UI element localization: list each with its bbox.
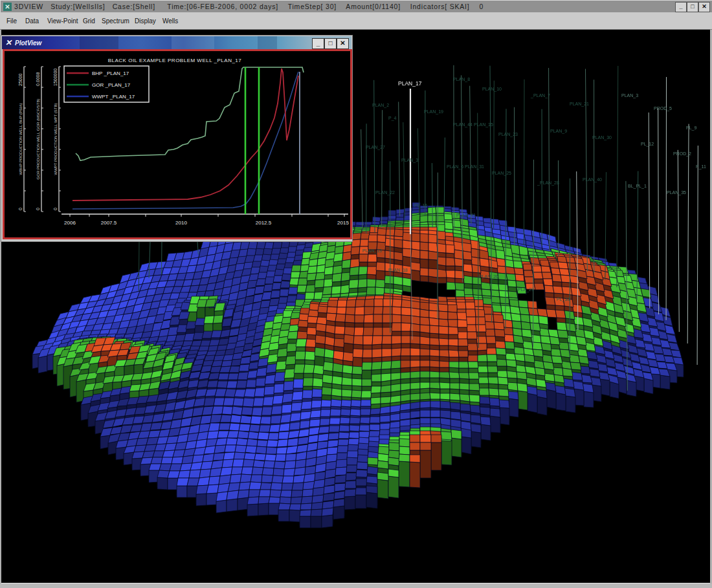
svg-text:PLAN_18: PLAN_18: [388, 268, 408, 273]
svg-text:_PLAN_28: _PLAN_28: [537, 180, 559, 186]
svg-text:PLAN_19: PLAN_19: [424, 109, 443, 114]
svg-text:PL_16: PL_16: [414, 203, 427, 208]
svg-text:0: 0: [53, 208, 58, 210]
svg-text:PLAN_17: PLAN_17: [398, 80, 422, 87]
svg-text:2015: 2015: [337, 220, 349, 226]
svg-text:BLACK OIL EXAMPLE PROBLEM WELL: BLACK OIL EXAMPLE PROBLEM WELL _PLAN_17: [108, 58, 242, 63]
svg-text:PLAN_9: PLAN_9: [550, 129, 567, 134]
svg-text:2007.5: 2007.5: [101, 220, 117, 226]
svg-text:25000: 25000: [18, 73, 23, 86]
svg-text:PLAN_30: PLAN_30: [592, 135, 612, 140]
svg-text:WBHP PRODUCTION WELL BHP (PSIA: WBHP PRODUCTION WELL BHP (PSIA): [19, 103, 23, 175]
svg-text:PLAN_22: PLAN_22: [375, 190, 395, 195]
svg-text:2010: 2010: [175, 220, 187, 226]
svg-text:_PLAN_7: _PLAN_7: [530, 93, 550, 98]
svg-text:PROD_5: PROD_5: [654, 106, 672, 111]
svg-text:PLAN_44 PLAN_15: PLAN_44 PLAN_15: [453, 122, 493, 127]
svg-text:BHP _PLAN_17: BHP _PLAN_17: [92, 71, 129, 76]
svg-text:PLA_29: PLA_29: [518, 287, 534, 292]
svg-text:PLAN_3: PLAN_3: [401, 158, 418, 163]
svg-text:WWPT PRODUCTION WELL WPT (STB): WWPT PRODUCTION WELL WPT (STB): [54, 103, 58, 175]
svg-text:PLAN_6 PLAN_31: PLAN_6 PLAN_31: [447, 164, 484, 169]
svg-text:PLAN_21: PLAN_21: [570, 102, 589, 107]
svg-text:PL_12: PL_12: [641, 142, 654, 147]
svg-text:PL_33: PL_33: [557, 297, 570, 302]
svg-text:PLAN_3: PLAN_3: [621, 93, 638, 98]
svg-text:0: 0: [36, 208, 40, 210]
svg-text:PLAN_10: PLAN_10: [482, 87, 502, 92]
svg-text:2006: 2006: [64, 220, 76, 226]
svg-text:0.0008: 0.0008: [36, 72, 40, 86]
svg-text:0: 0: [18, 208, 23, 210]
svg-text:PLAN_40: PLAN_40: [583, 177, 602, 182]
svg-text:PLAN_13: PLAN_13: [362, 248, 382, 254]
svg-text:PL_9: PL_9: [686, 125, 696, 131]
svg-text:PLAN_35: PLAN_35: [667, 190, 686, 195]
svg-text:BL_PL_1: BL_PL_1: [628, 184, 647, 189]
svg-text:PLAN_23: PLAN_23: [498, 132, 518, 137]
svg-text:2012.5: 2012.5: [256, 220, 272, 226]
svg-text:WWPT _PLAN_17: WWPT _PLAN_17: [92, 94, 135, 100]
svg-text:GOR PRODUCTION WELL GOR (MSCF/: GOR PRODUCTION WELL GOR (MSCF/STB): [36, 99, 40, 180]
svg-text:GOR _PLAN_17: GOR _PLAN_17: [92, 82, 131, 88]
svg-text:PLAN_41: PLAN_41: [456, 213, 476, 218]
svg-text:PLAN_8: PLAN_8: [453, 77, 470, 82]
svg-text:PLAN_27: PLAN_27: [366, 145, 385, 150]
svg-text:1500000: 1500000: [53, 69, 58, 86]
svg-text:P_4: P_4: [388, 116, 397, 121]
svg-text:PLAN_26: PLAN_26: [479, 274, 498, 279]
svg-text:PLAN_25: PLAN_25: [492, 171, 511, 176]
svg-text:PLAN_2: PLAN_2: [372, 103, 389, 108]
svg-text:PROD_2: PROD_2: [673, 151, 691, 157]
svg-text:P_11: P_11: [696, 164, 706, 169]
